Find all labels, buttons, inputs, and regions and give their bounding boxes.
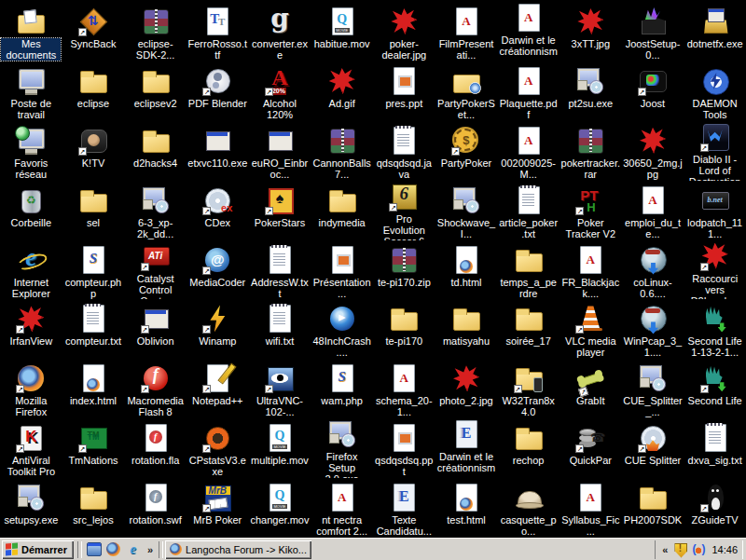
desktop-icon[interactable]: Poker Tracker V2 bbox=[560, 181, 622, 240]
desktop-icon[interactable]: pokertracker.rar bbox=[560, 121, 622, 181]
desktop-icon[interactable]: 002009025-M... bbox=[497, 121, 560, 181]
desktop-icon[interactable]: MOVIEhabitue.mov bbox=[311, 2, 373, 61]
desktop-icon[interactable]: Shockwave_I... bbox=[435, 181, 498, 240]
desktop-icon[interactable]: sel bbox=[62, 181, 125, 240]
desktop-icon[interactable]: Syllabus_Fic... bbox=[560, 478, 622, 538]
taskbar-task-button[interactable]: Langocha Forum -> Kiko... bbox=[165, 540, 311, 559]
desktop-icon[interactable]: Ad.gif bbox=[311, 61, 373, 121]
desktop-icon[interactable]: Texte Candidatu... bbox=[373, 478, 435, 538]
blue-app-quicklaunch-icon[interactable] bbox=[87, 542, 102, 557]
desktop-icon[interactable]: Internet Explorer bbox=[0, 240, 62, 300]
desktop-icon[interactable]: d2hacks4 bbox=[124, 121, 186, 181]
desktop-icon[interactable]: frotation.swf bbox=[124, 478, 186, 538]
start-button[interactable]: Démarrer bbox=[2, 540, 74, 559]
desktop-icon[interactable]: qdsqdsqd.java bbox=[373, 121, 435, 181]
desktop-icon[interactable]: FR_Blackjack.... bbox=[560, 240, 622, 300]
desktop-icon[interactable]: IrfanView bbox=[0, 299, 62, 359]
desktop-icon[interactable]: ZGuideTV bbox=[684, 478, 746, 538]
desktop-icon[interactable]: te-pi170.zip bbox=[373, 240, 435, 300]
desktop-icon[interactable]: DAEMON Tools bbox=[684, 61, 746, 121]
desktop-icon[interactable]: Firefox Setup 2.0.exe bbox=[311, 418, 373, 478]
desktop-icon[interactable]: SyncBack bbox=[62, 2, 125, 61]
firefox-quicklaunch-icon[interactable] bbox=[106, 542, 121, 557]
desktop-icon[interactable]: PDF Blender bbox=[186, 61, 249, 121]
desktop-icon[interactable]: src_lejos bbox=[62, 478, 125, 538]
desktop-icon[interactable]: PH2007SDK bbox=[622, 478, 684, 538]
desktop-icon[interactable]: Plaquette.pdf bbox=[497, 61, 560, 121]
desktop-icon[interactable]: FilmPresentati... bbox=[435, 2, 498, 61]
desktop-icon[interactable]: Mes documents bbox=[0, 2, 62, 61]
desktop-icon[interactable]: AntiViral Toolkit Pro bbox=[0, 418, 62, 478]
desktop-icon[interactable]: indymedia bbox=[311, 181, 373, 240]
desktop-icon[interactable]: Présentation... bbox=[311, 240, 373, 300]
desktop-icon[interactable]: K!TV bbox=[62, 121, 125, 181]
desktop-icon[interactable]: converter.exe bbox=[249, 2, 311, 61]
desktop-icon[interactable]: Macromedia Flash 8 bbox=[124, 359, 186, 418]
desktop-icon[interactable]: PartyPokerSet... bbox=[435, 61, 498, 121]
desktop-icon[interactable]: CUE_Splitter_... bbox=[622, 359, 684, 418]
desktop-icon[interactable]: 6-3_xp-2k_dd... bbox=[124, 181, 186, 240]
desktop-icon[interactable]: GrabIt bbox=[560, 359, 622, 418]
desktop-icon[interactable]: 3xTT.jpg bbox=[560, 2, 622, 61]
desktop-icon[interactable]: test.html bbox=[435, 478, 498, 538]
desktop-icon[interactable]: pres.ppt bbox=[373, 61, 435, 121]
desktop-icon[interactable]: frotation.fla bbox=[124, 418, 186, 478]
desktop-icon[interactable]: QuickPar bbox=[560, 418, 622, 478]
desktop-icon[interactable]: W32Tran8x 4.0 bbox=[497, 359, 560, 418]
desktop-icon[interactable]: eclipse-SDK-2... bbox=[124, 2, 186, 61]
desktop-icon[interactable]: 48InchCrash.... bbox=[311, 299, 373, 359]
desktop-icon[interactable]: casquette_po... bbox=[497, 478, 560, 538]
desktop-icon[interactable]: TFerroRosso.ttf bbox=[186, 2, 249, 61]
quicklaunch-overflow-chevron[interactable]: » bbox=[144, 544, 157, 555]
desktop-icon[interactable]: wam.php bbox=[311, 359, 373, 418]
desktop-icon[interactable]: Joost bbox=[622, 61, 684, 121]
desktop-icon[interactable]: Mozilla Firefox bbox=[0, 359, 62, 418]
desktop-icon[interactable]: soirée_17 bbox=[497, 299, 560, 359]
desktop-icon[interactable]: CUE Splitter bbox=[622, 418, 684, 478]
desktop-icon[interactable]: coLinux-0.6.... bbox=[622, 240, 684, 300]
desktop-icon[interactable]: JoostSetup-0... bbox=[622, 2, 684, 61]
desktop-icon[interactable]: Raccourci vers D2Loader-1.1... bbox=[684, 240, 746, 300]
desktop-icon[interactable]: Oblivion bbox=[124, 299, 186, 359]
desktop-icon[interactable]: Poste de travail bbox=[0, 61, 62, 121]
desktop-icon[interactable]: TmNations bbox=[62, 418, 125, 478]
desktop-icon[interactable]: MOVIEchanger.mov bbox=[249, 478, 311, 538]
desktop-icon[interactable]: compteur.php bbox=[62, 240, 125, 300]
desktop-icon[interactable]: emploi_du_te... bbox=[622, 181, 684, 240]
desktop-icon[interactable]: VLC media player bbox=[560, 299, 622, 359]
desktop-icon[interactable]: matisyahu bbox=[435, 299, 498, 359]
desktop-icon[interactable]: PartyPoker bbox=[435, 121, 498, 181]
desktop-icon[interactable]: Favoris réseau bbox=[0, 121, 62, 181]
desktop-icon[interactable]: dxva_sig.txt bbox=[684, 418, 746, 478]
desktop-icon[interactable]: Alcohol 120% bbox=[249, 61, 311, 121]
desktop-icon[interactable]: pt2su.exe bbox=[560, 61, 622, 121]
desktop-icon[interactable]: PokerStars bbox=[249, 181, 311, 240]
desktop-icon[interactable]: wifi.txt bbox=[249, 299, 311, 359]
auto-update-icon[interactable] bbox=[691, 542, 706, 557]
desktop-icon[interactable]: CDex bbox=[186, 181, 249, 240]
desktop-icon[interactable]: td.html bbox=[435, 240, 498, 300]
desktop-icon[interactable]: Notepad++ bbox=[186, 359, 249, 418]
desktop-icon[interactable]: CannonBalls7... bbox=[311, 121, 373, 181]
desktop-icon[interactable]: setupsy.exe bbox=[0, 478, 62, 538]
desktop-icon[interactable]: index.html bbox=[62, 359, 125, 418]
desktop-icon[interactable]: lodpatch_111... bbox=[684, 181, 746, 240]
desktop-icon[interactable]: Darwin et le créationnism... bbox=[435, 418, 498, 478]
desktop-icon[interactable]: dotnetfx.exe bbox=[684, 2, 746, 61]
desktop-icon[interactable]: Catalyst Control Center bbox=[124, 240, 186, 300]
desktop-icon[interactable]: qsdqsdsq.ppt bbox=[373, 418, 435, 478]
desktop-icon[interactable]: photo_2.jpg bbox=[435, 359, 498, 418]
desktop-icon[interactable]: MOVIEmultiple.mov bbox=[249, 418, 311, 478]
desktop-icon[interactable]: MediaCoder bbox=[186, 240, 249, 300]
desktop-icon[interactable]: Darwin et le créationnism... bbox=[497, 2, 560, 61]
desktop-icon[interactable]: compteur.txt bbox=[62, 299, 125, 359]
desktop-icon[interactable]: euRO_Einbroc... bbox=[249, 121, 311, 181]
desktop-icon[interactable]: etxvc110.exe bbox=[186, 121, 249, 181]
desktop-icon[interactable]: te-pi170 bbox=[373, 299, 435, 359]
desktop-icon[interactable]: Diablo II - Lord of Destruction bbox=[684, 121, 746, 181]
tray-collapse-chevron[interactable]: « bbox=[661, 544, 669, 555]
desktop-icon[interactable]: Second Life bbox=[684, 359, 746, 418]
desktop-icon[interactable]: Corbeille bbox=[0, 181, 62, 240]
desktop-icon[interactable]: nt nectra comfort 2... bbox=[311, 478, 373, 538]
desktop-icon[interactable]: Winamp bbox=[186, 299, 249, 359]
